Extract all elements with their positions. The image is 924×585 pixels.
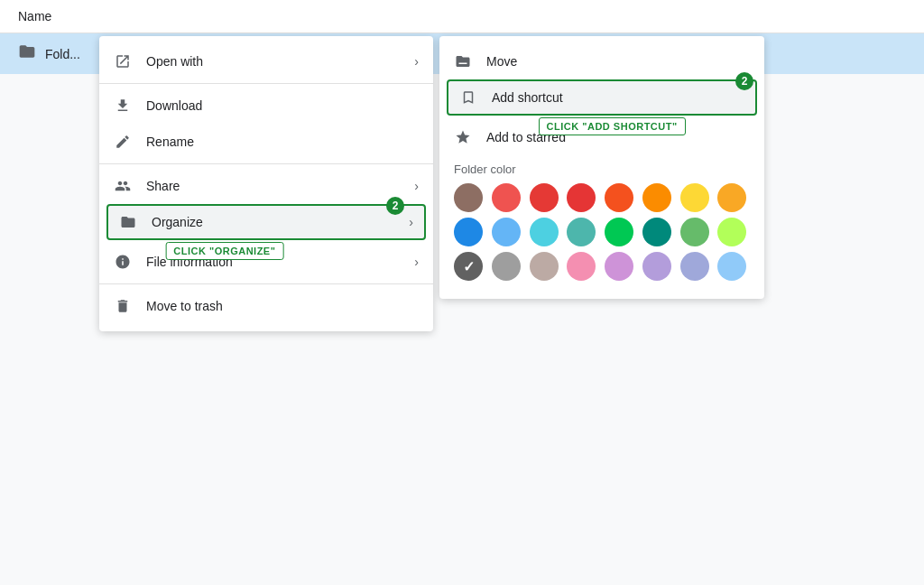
color-dot-18[interactable]: [530, 252, 559, 281]
divider-3: [99, 283, 433, 284]
organize-chevron: ›: [409, 215, 413, 229]
add-shortcut-label: Add shortcut: [492, 90, 744, 105]
color-dot-15[interactable]: [717, 218, 746, 246]
share-chevron: ›: [414, 179, 419, 193]
share-label: Share: [146, 179, 400, 193]
color-dot-20[interactable]: [605, 252, 633, 281]
header-row: Name: [0, 0, 924, 33]
color-dot-17[interactable]: [492, 252, 521, 281]
color-dot-10[interactable]: [530, 218, 559, 246]
menu-item-download[interactable]: Download: [99, 88, 433, 124]
color-dot-9[interactable]: [492, 218, 521, 246]
menu-item-rename[interactable]: Rename: [99, 124, 433, 160]
name-column-header: Name: [18, 9, 51, 23]
divider-1: [99, 83, 433, 84]
color-dot-4[interactable]: [605, 183, 633, 212]
color-dot-6[interactable]: [680, 183, 709, 212]
sub-menu: Move Add shortcut 2 CLICK "ADD SHORTCUT"…: [439, 36, 764, 299]
color-dot-21[interactable]: [642, 252, 671, 281]
organize-tooltip: CLICK "ORGANIZE": [165, 242, 283, 260]
sub-menu-item-move[interactable]: Move: [439, 43, 764, 79]
open-with-icon: [114, 52, 132, 70]
add-shortcut-tooltip: CLICK "ADD SHORTCUT": [539, 117, 686, 135]
color-dot-22[interactable]: [680, 252, 709, 281]
color-dot-7[interactable]: [717, 183, 746, 212]
folder-icon: [18, 42, 36, 65]
color-dot-19[interactable]: [567, 252, 596, 281]
color-dot-12[interactable]: [605, 218, 633, 246]
sub-menu-item-add-shortcut[interactable]: Add shortcut: [447, 79, 757, 116]
color-dot-13[interactable]: [642, 218, 671, 246]
download-label: Download: [146, 98, 419, 113]
color-dot-11[interactable]: [567, 218, 596, 246]
organize-badge: 2: [386, 197, 404, 215]
color-dot-8[interactable]: [454, 218, 483, 246]
color-dot-3[interactable]: [567, 183, 596, 212]
rename-label: Rename: [146, 135, 419, 149]
file-name: Fold...: [45, 47, 80, 61]
menu-item-share[interactable]: Share ›: [99, 168, 433, 204]
file-info-chevron: ›: [414, 255, 419, 269]
color-dot-14[interactable]: [680, 218, 709, 246]
organize-icon: [119, 213, 137, 231]
add-shortcut-wrapper: Add shortcut 2 CLICK "ADD SHORTCUT": [443, 79, 761, 116]
move-icon: [454, 52, 472, 70]
info-icon: [114, 253, 132, 271]
color-dot-23[interactable]: [717, 252, 746, 281]
menu-item-move-to-trash[interactable]: Move to trash: [99, 288, 433, 324]
color-dot-1[interactable]: [492, 183, 521, 212]
folder-color-label: Folder color: [454, 162, 750, 176]
star-icon: [454, 128, 472, 146]
menu-item-organize[interactable]: Organize ›: [106, 204, 426, 240]
color-dot-0[interactable]: [454, 183, 483, 212]
share-icon: [114, 177, 132, 195]
menu-item-open-with[interactable]: Open with ›: [99, 43, 433, 79]
color-dot-2[interactable]: [530, 183, 559, 212]
color-dot-16[interactable]: [454, 252, 483, 281]
color-dot-5[interactable]: [642, 183, 671, 212]
move-label: Move: [486, 54, 750, 69]
organize-wrapper: Organize › 2 CLICK "ORGANIZE": [103, 204, 430, 240]
open-with-chevron: ›: [414, 54, 419, 69]
add-shortcut-icon: [459, 88, 477, 107]
color-grid: [454, 183, 750, 281]
divider-2: [99, 163, 433, 164]
open-with-label: Open with: [146, 54, 400, 69]
trash-icon: [114, 297, 132, 315]
add-shortcut-badge: 2: [735, 72, 753, 90]
context-menu: Open with › Download Rename Share › Orga…: [99, 36, 433, 331]
move-to-trash-label: Move to trash: [146, 299, 419, 313]
folder-color-section: Folder color: [439, 155, 764, 292]
organize-label: Organize: [152, 215, 394, 229]
rename-icon: [114, 133, 132, 151]
download-icon: [114, 97, 132, 115]
